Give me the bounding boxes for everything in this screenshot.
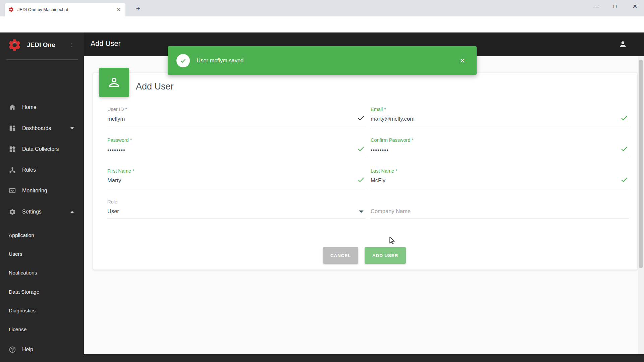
- new-tab-button[interactable]: +: [133, 4, 143, 13]
- add-user-button[interactable]: ADD USER: [365, 247, 406, 264]
- rules-icon: [9, 166, 16, 174]
- user-id-value[interactable]: mcflym: [107, 116, 125, 122]
- last-name-label: Last Name *: [371, 168, 397, 174]
- email-field[interactable]: Email * marty@mcfly.com: [371, 107, 629, 127]
- sidebar-item-application[interactable]: Application: [9, 231, 34, 240]
- dropdown-arrow-icon[interactable]: [359, 210, 364, 213]
- add-user-avatar-badge: [99, 68, 129, 97]
- jedi-one-logo-icon: [7, 38, 22, 52]
- page-bottom-strip: [84, 354, 644, 362]
- browser-tab[interactable]: JEDI One by Machinechat ✕: [5, 3, 125, 16]
- brand-title: JEDI One: [27, 41, 69, 49]
- valid-check-icon: [357, 176, 365, 184]
- scrollbar-thumb[interactable]: [639, 60, 643, 268]
- password-field[interactable]: Password * ••••••••: [107, 137, 366, 158]
- last-name-field[interactable]: Last Name * McFly: [371, 168, 629, 189]
- sidebar-item-data-collectors[interactable]: Data Collectors: [0, 144, 84, 155]
- email-label: Email *: [371, 107, 386, 112]
- confirm-password-field[interactable]: Confirm Password * ••••••••: [371, 137, 629, 158]
- cancel-button[interactable]: CANCEL: [323, 247, 358, 264]
- browser-toolbar: Not secure 192.168.1.204:9123/addusers N…: [0, 16, 644, 33]
- sidebar-item-home[interactable]: Home: [0, 102, 84, 113]
- valid-check-icon: [357, 145, 365, 153]
- chevron-down-icon: [70, 127, 74, 129]
- home-icon: [9, 104, 16, 111]
- success-check-icon: [176, 54, 190, 67]
- first-name-label: First Name *: [107, 168, 135, 174]
- data-collectors-icon: [9, 145, 16, 153]
- confirm-password-label: Confirm Password *: [371, 137, 414, 143]
- monitoring-icon: [9, 187, 16, 194]
- success-toast: User mcflym saved ✕: [168, 46, 477, 75]
- password-label: Password *: [107, 137, 132, 143]
- role-select[interactable]: Role User: [107, 199, 366, 220]
- sidebar-item-notifications[interactable]: Notifications: [9, 268, 37, 277]
- dashboards-icon: [9, 125, 16, 132]
- window-close-button[interactable]: ✕: [626, 0, 644, 13]
- toast-message: User mcflym saved: [197, 57, 460, 64]
- tab-close-icon[interactable]: ✕: [115, 7, 122, 13]
- window-maximize-button[interactable]: ☐: [607, 0, 623, 13]
- sidebar-item-help[interactable]: Help: [0, 344, 84, 355]
- valid-check-icon: [357, 114, 365, 122]
- tab-title: JEDI One by Machinechat: [17, 7, 115, 12]
- sidebar-item-license[interactable]: License: [9, 325, 26, 334]
- valid-check-icon: [620, 176, 628, 184]
- sidebar-item-monitoring[interactable]: Monitoring: [0, 185, 84, 196]
- user-id-field[interactable]: User ID * mcflym: [107, 107, 366, 127]
- sidebar-item-settings[interactable]: Settings: [0, 206, 84, 217]
- sidebar-item-data-storage[interactable]: Data Storage: [9, 288, 39, 296]
- vertical-scrollbar[interactable]: [638, 56, 644, 354]
- sidebar-item-rules[interactable]: Rules: [0, 165, 84, 175]
- company-name-field[interactable]: Company Name: [371, 199, 629, 220]
- account-person-icon[interactable]: [619, 40, 627, 49]
- confirm-password-value[interactable]: ••••••••: [371, 147, 389, 153]
- toast-close-icon[interactable]: ✕: [460, 57, 465, 64]
- sidebar-item-dashboards[interactable]: Dashboards: [0, 123, 84, 134]
- form-title: Add User: [136, 81, 174, 92]
- first-name-field[interactable]: First Name * Marty: [107, 168, 366, 189]
- brand-menu-kebab-icon[interactable]: ⋮: [69, 42, 74, 48]
- company-name-placeholder[interactable]: Company Name: [371, 208, 411, 215]
- role-value[interactable]: User: [107, 208, 119, 215]
- sidebar-item-diagnostics[interactable]: Diagnostics: [9, 306, 36, 315]
- password-value[interactable]: ••••••••: [107, 147, 125, 153]
- role-label: Role: [107, 199, 117, 204]
- page-title: Add User: [91, 40, 121, 48]
- last-name-value[interactable]: McFly: [371, 177, 385, 184]
- sidebar-divider: [6, 59, 78, 60]
- screen: JEDI One by Machinechat ✕ + — ☐ ✕ Not se…: [0, 0, 644, 362]
- sidebar: JEDI One ⋮ Home Dashboards Data Collecto…: [0, 33, 84, 362]
- chevron-up-icon: [70, 211, 74, 213]
- browser-tab-strip: JEDI One by Machinechat ✕ + — ☐ ✕: [0, 0, 644, 16]
- window-minimize-button[interactable]: —: [588, 0, 604, 13]
- valid-check-icon: [620, 145, 628, 153]
- first-name-value[interactable]: Marty: [107, 177, 121, 184]
- valid-check-icon: [620, 114, 628, 122]
- settings-gear-icon: [9, 208, 16, 216]
- sidebar-item-users[interactable]: Users: [9, 250, 22, 258]
- favicon-gear-icon: [8, 7, 14, 12]
- user-id-label: User ID *: [107, 107, 127, 112]
- email-value[interactable]: marty@mcfly.com: [371, 116, 415, 122]
- help-icon: [9, 346, 16, 353]
- person-outline-icon: [107, 75, 121, 89]
